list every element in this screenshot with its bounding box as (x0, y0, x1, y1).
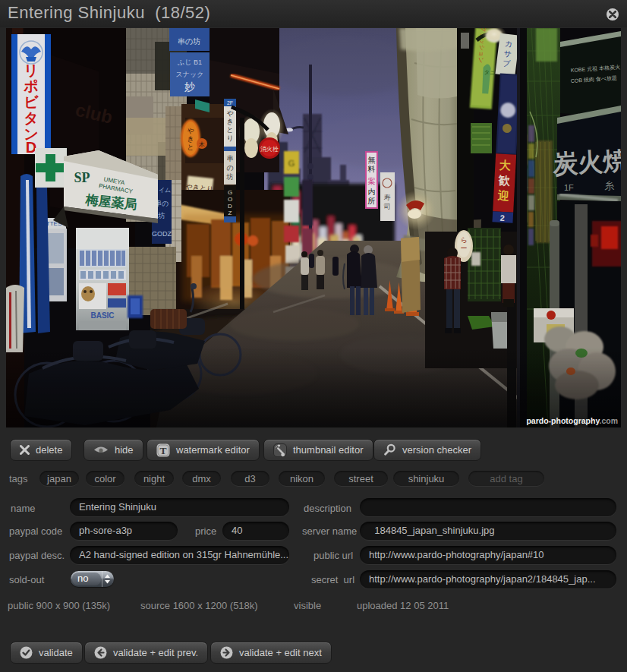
svg-text:T: T (159, 444, 166, 456)
svg-text:pardo-photography.com: pardo-photography.com (526, 416, 618, 425)
